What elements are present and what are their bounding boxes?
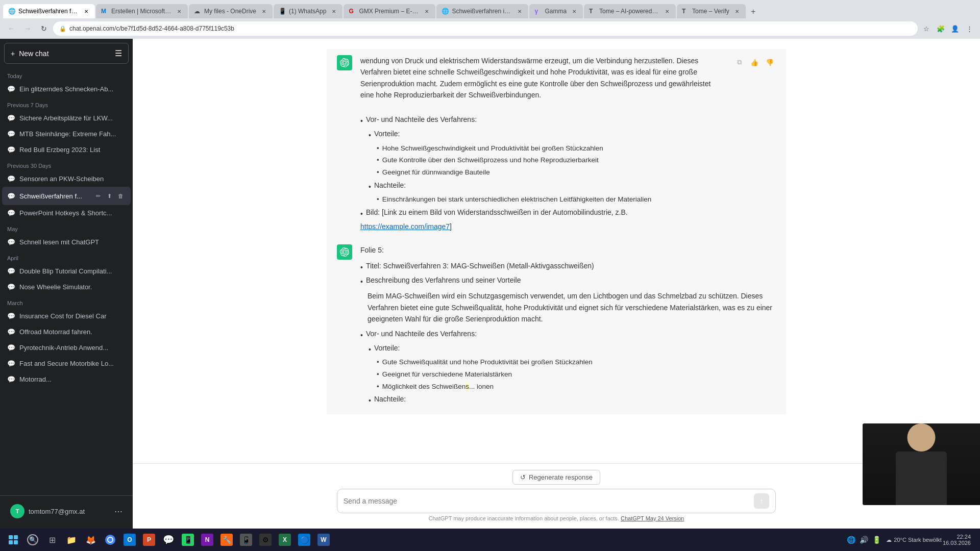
sidebar-item-text-mtb: MTB Steinhänge: Extreme Fah... (19, 130, 126, 138)
tab-close-ms[interactable]: ✕ (176, 8, 183, 15)
profile-icon[interactable]: 👤 (948, 22, 962, 35)
sidebar-item-text-lkw: Sichere Arbeitsplätze für LKW... (19, 114, 126, 122)
start-button[interactable] (4, 531, 22, 549)
sidebar-item-lesen[interactable]: 💬 Schnell lesen mit ChatGPT (2, 234, 131, 250)
thumbs-down-button[interactable]: 👎 (764, 56, 776, 68)
taskbar-app4[interactable]: 🔵 (295, 531, 313, 549)
sidebar-item-sensoren[interactable]: 💬 Sensoren an PKW-Scheiben (2, 171, 131, 187)
tab-gmx[interactable]: G GMX Premium – E-Ma... ✕ (344, 4, 435, 18)
tab-whatsapp[interactable]: 📱 (1) WhatsApp ✕ (274, 4, 342, 18)
mag-vn-item: • Vor- und Nachteile des Verfahrens: (360, 328, 776, 341)
taskbar-network-icon[interactable]: 🌐 (847, 536, 855, 544)
taskbar-taskview[interactable]: ⊞ (43, 531, 61, 549)
msg-body-1: wendung von Druck und elektrischem Wider… (360, 55, 725, 232)
taskbar-app1[interactable]: 🔧 (217, 531, 236, 549)
sidebar-item-text: Ein glitzerndes Schnecken-Ab... (19, 85, 126, 93)
taskbar-time[interactable]: 22:24 16.03.2026 (943, 534, 971, 546)
tab-close-gamma[interactable]: ✕ (571, 8, 578, 15)
new-tab-button[interactable]: + (747, 5, 760, 18)
taskbar-files[interactable]: 📁 (62, 531, 81, 549)
new-chat-button[interactable]: + New chat ☰ (4, 43, 129, 64)
tab-onedrive[interactable]: ☁ My files - OneDrive ✕ (189, 4, 273, 18)
sidebar-item-text-sen: Sensoren an PKW-Scheiben (19, 175, 126, 183)
send-button[interactable]: ↑ (754, 493, 769, 509)
sidebar-item-insurance[interactable]: 💬 Insurance Cost for Diesel Car (2, 308, 131, 324)
taskbar-onenote[interactable]: N (198, 531, 216, 549)
sidebar-item-schweiss[interactable]: 💬 Schweißverfahren f... ✏ ⬆ 🗑 (2, 187, 131, 205)
delete-button[interactable]: 🗑 (115, 191, 126, 201)
tab-close-wa[interactable]: ✕ (330, 8, 337, 15)
sidebar-item-pyro[interactable]: 💬 Pyrotechnik-Antrieb Anwend... (2, 340, 131, 356)
input-row: ↑ (337, 489, 776, 513)
regenerate-button[interactable]: ↺ Regenerate response (512, 470, 600, 485)
taskbar-whatsapp[interactable]: 📱 (179, 531, 197, 549)
tab-close-t2[interactable]: ✕ (733, 8, 741, 15)
user-more-icon[interactable]: ⋯ (114, 507, 122, 516)
forward-button[interactable]: → (20, 21, 35, 36)
bullet-list-1: • Vor- und Nachteile des Verfahrens: (360, 114, 725, 127)
refresh-button[interactable]: ↻ (37, 21, 51, 36)
dot-beschr: • (360, 276, 363, 287)
share-button[interactable]: ⬆ (104, 191, 114, 201)
taskbar-sound-icon[interactable]: 🔊 (860, 536, 868, 544)
copy-msg-button[interactable]: ⧉ (733, 56, 745, 68)
taskbar-app3[interactable]: ⚙ (256, 531, 275, 549)
sidebar-item-fastbike[interactable]: 💬 Fast and Secure Motorbike Lo... (2, 356, 131, 371)
tab-schweiss2[interactable]: 🌐 Schweißverfahren in ... ✕ (436, 4, 528, 18)
taskbar-battery-icon[interactable]: 🔋 (872, 536, 881, 544)
sidebar-item-offroad[interactable]: 💬 Offroad Motorrad fahren. (2, 324, 131, 340)
chat-icon-or: 💬 (7, 328, 15, 336)
tab-close-t1[interactable]: ✕ (664, 8, 671, 15)
taskbar-chrome[interactable] (101, 531, 119, 549)
nachteile-header: • Nachteile: (369, 180, 725, 192)
taskbar-word[interactable]: W (314, 531, 333, 549)
tab-title-s2: Schweißverfahren in ... (452, 8, 512, 15)
sidebar-item-redbull[interactable]: 💬 Red Bull Erzberg 2023: List (2, 142, 131, 158)
example-link[interactable]: https://example.com/image7 (360, 222, 450, 231)
taskbar-excel[interactable]: X (276, 531, 294, 549)
user-info[interactable]: T tomtom77@gmx.at ⋯ (6, 500, 127, 522)
tab-title: Schweißverfahren fü... (18, 8, 79, 15)
chat-icon-sch: 💬 (7, 192, 15, 200)
message-input[interactable] (344, 497, 750, 505)
tab-close-gmx[interactable]: ✕ (423, 8, 430, 15)
tab-tome1[interactable]: T Tome – AI-powered s... ✕ (584, 4, 676, 18)
sidebar-item-doubleblip[interactable]: 💬 Double Blip Tutorial Compilati... (2, 263, 131, 279)
settings-icon[interactable]: ⋮ (963, 22, 976, 35)
taskbar-firefox[interactable]: 🦊 (82, 531, 100, 549)
taskbar-powerpoint[interactable]: P (140, 531, 158, 549)
section-prev7: Previous 7 Days (2, 97, 131, 110)
tab-active[interactable]: 🌐 Schweißverfahren fü... ✕ (3, 4, 95, 18)
sidebar-item-snecken[interactable]: 💬 Ein glitzerndes Schnecken-Ab... (2, 81, 131, 97)
tab-close-od[interactable]: ✕ (260, 8, 267, 15)
tab-close-s2[interactable]: ✕ (516, 8, 523, 15)
tab-tome2[interactable]: T Tome – Verify ✕ (677, 4, 746, 18)
folie5-beschr: • Beschreibung des Verfahrens und seiner… (360, 274, 776, 287)
sidebar-item-text-mo: Motorrad... (19, 375, 126, 383)
tab-gamma[interactable]: γ Gamma ✕ (529, 4, 583, 18)
sidebar-item-mtb[interactable]: 💬 MTB Steinhänge: Extreme Fah... (2, 126, 131, 142)
taskbar-outlook[interactable]: O (120, 531, 139, 549)
taskbar-app2[interactable]: 📱 (237, 531, 255, 549)
taskbar-weather[interactable]: ☁ 20°C Stark bewölkt (886, 537, 942, 543)
address-bar[interactable]: 🔒 chat.openai.com/c/be7f1d5d-8d52-4664-a… (53, 21, 918, 36)
bullet-bild-text: Bild: [Link zu einem Bild von Widerstand… (366, 207, 628, 219)
current-date: 16.03.2026 (943, 540, 971, 546)
bookmark-icon[interactable]: ☆ (920, 22, 933, 35)
user-email: tomtom77@gmx.at (29, 508, 110, 515)
thumbs-up-button[interactable]: 👍 (748, 56, 761, 68)
edit-button[interactable]: ✏ (93, 191, 103, 201)
sidebar-item-lkw[interactable]: 💬 Sichere Arbeitsplätze für LKW... (2, 110, 131, 126)
tab-close-active[interactable]: ✕ (83, 8, 90, 15)
back-button[interactable]: ← (4, 21, 18, 36)
bullet-bild: • Bild: [Link zu einem Bild von Widersta… (360, 207, 725, 219)
taskbar-search[interactable]: 🔍 (23, 531, 42, 549)
extensions-icon[interactable]: 🧩 (934, 22, 947, 35)
disclaimer-link[interactable]: ChatGPT May 24 Version (621, 515, 684, 521)
sidebar-item-powerpoint[interactable]: 💬 PowerPoint Hotkeys & Shortc... (2, 205, 131, 221)
tab-microsoft[interactable]: M Erstellen | Microsoft 3... ✕ (96, 4, 188, 18)
sidebar-item-moto[interactable]: 💬 Motorrad... (2, 371, 131, 387)
sidebar-item-nose[interactable]: 💬 Nose Wheelie Simulator. (2, 279, 131, 295)
vorteil-items: • Hohe Schweißgeschwindigkeit und Produk… (369, 143, 725, 178)
taskbar-teams[interactable]: 💬 (159, 531, 178, 549)
